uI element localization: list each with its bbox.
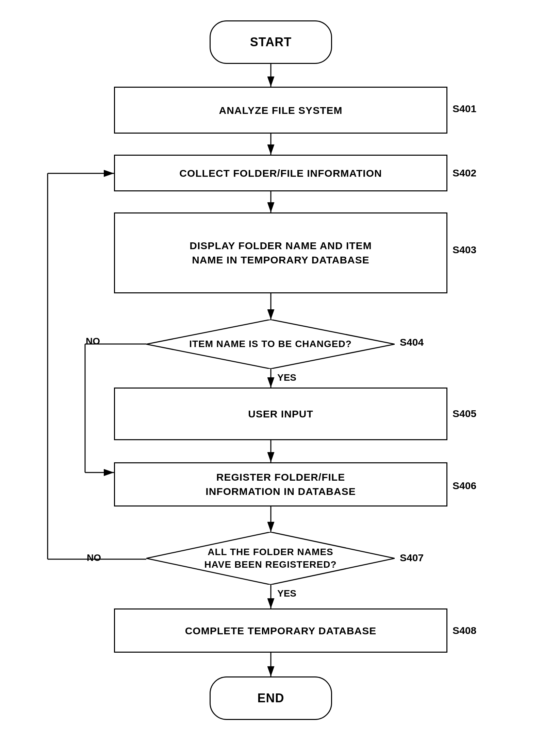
s404-label: ITEM NAME IS TO BE CHANGED? bbox=[189, 338, 352, 350]
s402-process: COLLECT FOLDER/FILE INFORMATION bbox=[114, 155, 447, 191]
s407-label: ALL THE FOLDER NAMES HAVE BEEN REGISTERE… bbox=[204, 546, 336, 571]
end-label: END bbox=[257, 691, 284, 705]
s407-yes: YES bbox=[277, 588, 296, 599]
s401-step: S401 bbox=[453, 103, 476, 115]
s406-label: REGISTER FOLDER/FILE INFORMATION IN DATA… bbox=[206, 470, 356, 499]
end-terminal: END bbox=[210, 676, 332, 720]
s404-no: NO bbox=[86, 336, 100, 347]
start-label: START bbox=[250, 35, 292, 49]
s407-step: S407 bbox=[400, 552, 424, 564]
s403-process: DISPLAY FOLDER NAME AND ITEM NAME IN TEM… bbox=[114, 212, 447, 293]
s407-no: NO bbox=[87, 552, 101, 563]
s407-decision: ALL THE FOLDER NAMES HAVE BEEN REGISTERE… bbox=[146, 532, 395, 585]
flowchart: START ANALYZE FILE SYSTEM S401 COLLECT F… bbox=[0, 0, 542, 756]
s408-label: COMPLETE TEMPORARY DATABASE bbox=[185, 624, 377, 637]
s405-step: S405 bbox=[453, 408, 476, 419]
s408-process: COMPLETE TEMPORARY DATABASE bbox=[114, 608, 447, 653]
s405-process: USER INPUT bbox=[114, 388, 447, 440]
start-terminal: START bbox=[210, 20, 332, 64]
s404-yes: YES bbox=[277, 372, 296, 383]
s403-step: S403 bbox=[453, 244, 476, 256]
s404-step: S404 bbox=[400, 337, 424, 348]
s402-step: S402 bbox=[453, 167, 476, 179]
s406-process: REGISTER FOLDER/FILE INFORMATION IN DATA… bbox=[114, 462, 447, 506]
s404-decision: ITEM NAME IS TO BE CHANGED? bbox=[146, 320, 395, 369]
s403-label: DISPLAY FOLDER NAME AND ITEM NAME IN TEM… bbox=[190, 239, 372, 267]
s405-label: USER INPUT bbox=[248, 407, 313, 420]
s406-step: S406 bbox=[453, 480, 476, 492]
s401-label: ANALYZE FILE SYSTEM bbox=[219, 104, 343, 117]
s401-process: ANALYZE FILE SYSTEM bbox=[114, 87, 447, 134]
s402-label: COLLECT FOLDER/FILE INFORMATION bbox=[179, 167, 382, 180]
s408-step: S408 bbox=[453, 625, 476, 636]
